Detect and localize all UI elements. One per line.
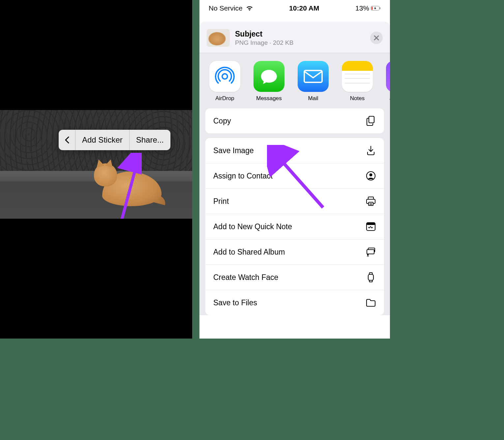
svg-rect-19 bbox=[368, 274, 373, 280]
contact-icon bbox=[366, 171, 376, 181]
messages-label: Messages bbox=[256, 95, 282, 102]
print-icon bbox=[366, 196, 376, 206]
watch-face-label: Create Watch Face bbox=[213, 273, 278, 282]
save-files-label: Save to Files bbox=[213, 298, 257, 307]
svg-rect-5 bbox=[304, 70, 322, 82]
watch-face-action[interactable]: Create Watch Face bbox=[205, 265, 384, 290]
quick-note-label: Add to New Quick Note bbox=[213, 222, 292, 231]
copy-action[interactable]: Copy bbox=[205, 108, 384, 133]
photo-preview[interactable]: Add Sticker Share... bbox=[0, 110, 192, 219]
share-thumbnail bbox=[207, 29, 230, 47]
share-sheet-header: Subject PNG Image · 202 KB bbox=[199, 22, 390, 53]
mail-app[interactable]: Mail bbox=[298, 61, 329, 102]
photo-viewer-panel: Add Sticker Share... bbox=[0, 0, 192, 339]
notes-label: Notes bbox=[350, 95, 365, 102]
airdrop-app[interactable]: AirDrop bbox=[209, 61, 240, 102]
action-group-primary: Copy bbox=[205, 108, 384, 133]
share-app-row[interactable]: AirDrop Messages Mail Notes J bbox=[199, 53, 390, 108]
svg-rect-11 bbox=[369, 202, 373, 206]
quick-note-action[interactable]: Add to New Quick Note bbox=[205, 214, 384, 239]
svg-point-8 bbox=[370, 174, 372, 177]
copy-label: Copy bbox=[213, 117, 231, 125]
svg-rect-9 bbox=[368, 197, 373, 199]
svg-rect-6 bbox=[369, 116, 374, 123]
carrier-text: No Service bbox=[209, 4, 243, 12]
add-sticker-button[interactable]: Add Sticker bbox=[75, 130, 129, 150]
svg-rect-2 bbox=[379, 7, 380, 9]
journal-app[interactable]: J bbox=[386, 61, 390, 102]
messages-app[interactable]: Messages bbox=[253, 61, 284, 102]
notes-icon bbox=[342, 61, 373, 92]
save-image-action[interactable]: Save Image bbox=[205, 138, 384, 163]
shared-album-action[interactable]: Add to Shared Album bbox=[205, 239, 384, 265]
battery-charging-icon bbox=[371, 6, 381, 11]
airdrop-icon bbox=[209, 61, 240, 92]
save-to-files-action[interactable]: Save to Files bbox=[205, 290, 384, 315]
assign-to-contact-action[interactable]: Assign to Contact bbox=[205, 163, 384, 189]
shared-album-icon bbox=[366, 247, 376, 257]
svg-point-18 bbox=[367, 254, 369, 256]
subject-cat bbox=[96, 157, 162, 206]
messages-icon bbox=[253, 61, 284, 92]
close-icon bbox=[374, 35, 379, 41]
watch-icon bbox=[366, 272, 376, 283]
journal-label: J bbox=[390, 95, 390, 102]
shared-album-label: Add to Shared Album bbox=[213, 248, 285, 257]
download-icon bbox=[366, 145, 376, 156]
svg-rect-15 bbox=[367, 223, 375, 225]
mail-icon bbox=[298, 61, 329, 92]
context-menu-back-button[interactable] bbox=[59, 130, 75, 150]
status-bar: No Service 10:20 AM 13% bbox=[199, 0, 390, 16]
share-subtitle: PNG Image · 202 KB bbox=[235, 39, 365, 46]
share-sheet-panel: No Service 10:20 AM 13% Subject PNG Imag… bbox=[199, 0, 390, 339]
share-button[interactable]: Share... bbox=[130, 130, 170, 150]
copy-icon bbox=[366, 116, 376, 126]
mail-label: Mail bbox=[308, 95, 318, 102]
battery-percentage: 13% bbox=[355, 4, 369, 12]
status-time: 10:20 AM bbox=[289, 4, 319, 12]
print-action[interactable]: Print bbox=[205, 189, 384, 214]
wifi-icon bbox=[246, 6, 253, 11]
journal-icon bbox=[386, 61, 390, 92]
close-button[interactable] bbox=[370, 32, 383, 44]
svg-rect-3 bbox=[371, 7, 373, 10]
assign-contact-label: Assign to Contact bbox=[213, 172, 273, 180]
notes-app[interactable]: Notes bbox=[342, 61, 373, 102]
share-title: Subject bbox=[235, 30, 365, 39]
context-menu: Add Sticker Share... bbox=[59, 130, 170, 150]
quick-note-icon bbox=[366, 221, 376, 232]
action-area: Copy Save Image Assign to Contact Pr bbox=[199, 108, 390, 315]
save-image-label: Save Image bbox=[213, 146, 254, 155]
svg-rect-17 bbox=[367, 250, 374, 254]
airdrop-label: AirDrop bbox=[215, 95, 234, 102]
action-group-secondary: Save Image Assign to Contact Print Add t… bbox=[205, 138, 384, 315]
chevron-left-icon bbox=[65, 136, 69, 144]
print-label: Print bbox=[213, 197, 229, 206]
folder-icon bbox=[366, 297, 376, 308]
svg-point-4 bbox=[222, 74, 227, 79]
